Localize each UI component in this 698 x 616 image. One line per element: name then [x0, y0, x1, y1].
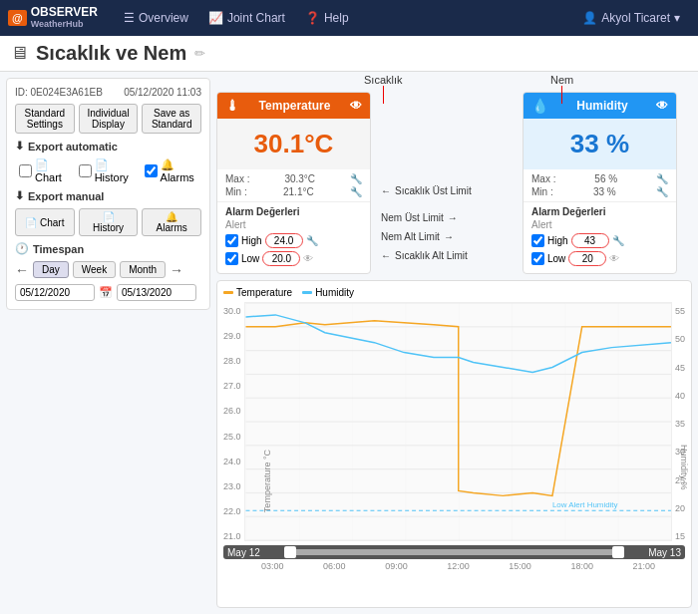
- date-row: 📅: [15, 284, 201, 301]
- temp-max-icon: 🔧: [350, 173, 362, 184]
- hum-max-val: 56 %: [594, 173, 617, 184]
- timespan-row: ← Day Week Month →: [15, 261, 201, 278]
- monitor-icon: 🖥: [10, 43, 28, 64]
- temp-high-edit-icon[interactable]: 🔧: [306, 235, 318, 246]
- hum-alarm-section: Alarm Değerleri Alert High 🔧 Low: [524, 201, 676, 273]
- temp-min-icon: 🔧: [350, 186, 362, 197]
- chart-svg: Low Alert Humidity May 12 03:00 06:00 09…: [244, 302, 672, 541]
- page-title: Sıcaklık ve Nem: [36, 42, 186, 65]
- nem-label: Nem: [550, 74, 573, 86]
- check-chart-auto[interactable]: 📄 Chart: [19, 158, 71, 183]
- chart-btn[interactable]: 📄 Chart: [15, 208, 75, 236]
- temp-low-input[interactable]: [262, 251, 300, 266]
- temp-eye-icon[interactable]: 👁: [350, 99, 362, 113]
- temp-low-label: Low: [241, 253, 259, 264]
- day-btn[interactable]: Day: [33, 261, 69, 278]
- temp-header-label: Temperature: [259, 99, 331, 113]
- slider-thumb-right[interactable]: [612, 546, 624, 558]
- hum-low-label: Low: [547, 253, 565, 264]
- temp-stats: Max : 30.3°C 🔧 Min : 21.1°C 🔧: [217, 169, 370, 201]
- alarms-checkbox[interactable]: [145, 164, 158, 177]
- slider-track[interactable]: [284, 549, 624, 555]
- next-arrow[interactable]: →: [170, 262, 183, 278]
- nav-overview[interactable]: ☰ Overview: [114, 0, 198, 36]
- hum-high-input[interactable]: [571, 233, 609, 248]
- export-manual-label: Export manual: [28, 190, 104, 202]
- temp-high-input[interactable]: [265, 233, 303, 248]
- export-auto-row: 📄 Chart 📄 History 🔔 Alarms: [19, 158, 201, 183]
- history-btn[interactable]: 📄 History: [79, 208, 139, 236]
- brand-logo: @ OBSERVER WeatherHub: [8, 6, 98, 29]
- hum-low-check[interactable]: [531, 252, 544, 265]
- chart-container: 30.0 29.0 28.0 27.0 26.0 25.0 24.0 23.0 …: [223, 302, 685, 541]
- sicaklik-alt-annotation: ←Sıcaklık Alt Limit: [381, 250, 513, 261]
- temp-high-label: High: [241, 235, 262, 246]
- cards-annotations: Sıcaklık Nem 🌡 Temperature 👁 30.1°C: [216, 78, 692, 274]
- hum-alarm-sub: Alert: [531, 219, 668, 230]
- x-labels-bottom: 03:00 06:00 09:00 12:00 15:00 18:00 21:0…: [261, 561, 655, 571]
- chart-slider[interactable]: May 12 May 13: [223, 545, 685, 559]
- sicaklik-alt-label: Sıcaklık Alt Limit: [395, 250, 468, 261]
- export-manual-title: ⬇ Export manual: [15, 189, 201, 202]
- nem-ust-label: Nem Üst Limit: [381, 212, 444, 223]
- prev-arrow[interactable]: ←: [15, 262, 29, 278]
- temperature-card: 🌡 Temperature 👁 30.1°C Max : 30.3°C 🔧 Mi…: [216, 92, 371, 274]
- brand-icon: @: [8, 10, 27, 26]
- check-alarms-auto[interactable]: 🔔 Alarms: [145, 158, 201, 183]
- temp-low-check[interactable]: [225, 252, 238, 265]
- history-label: 📄 History: [95, 158, 137, 183]
- nem-alt-annotation: Nem Alt Limit→: [381, 231, 513, 242]
- mid-annotations: ←Sıcaklık Üst Limit Nem Üst Limit→ Nem A…: [377, 92, 517, 274]
- hum-alarm-title: Alarm Değerleri: [531, 206, 668, 217]
- date-to-input[interactable]: [117, 284, 196, 301]
- alarms-btn[interactable]: 🔔 Alarms: [142, 208, 201, 236]
- y-left-title: Temperature °C: [262, 450, 272, 512]
- y-right-title: Humidity %: [679, 445, 689, 490]
- sicaklik-ust-annotation: ←Sıcaklık Üst Limit: [381, 185, 513, 196]
- nav-user[interactable]: 👤 Akyol Ticaret ▾: [572, 0, 690, 36]
- export-auto-label: Export automatic: [28, 141, 118, 153]
- individual-display-btn[interactable]: IndividualDisplay: [79, 104, 139, 134]
- temp-alarm-section: Alarm Değerleri Alert High 🔧 Low: [217, 201, 370, 273]
- slider-thumb-left[interactable]: [284, 546, 296, 558]
- humidity-card: 💧 Humidity 👁 33 % Max : 56 % 🔧 Min :: [523, 92, 677, 274]
- hum-high-check[interactable]: [531, 234, 544, 247]
- date-from-input[interactable]: [15, 284, 95, 301]
- save-as-standard-btn[interactable]: Save asStandard: [142, 104, 201, 134]
- legend-humidity-label: Humidity: [315, 287, 354, 298]
- hum-max-label: Max :: [531, 173, 555, 184]
- temp-low-edit-icon[interactable]: 👁: [303, 253, 313, 264]
- slider-left-label: May 12: [223, 547, 264, 558]
- nem-alt-label: Nem Alt Limit: [381, 231, 440, 242]
- nav-help[interactable]: ❓ Help: [295, 0, 359, 36]
- brand-sub: WeatherHub: [31, 20, 98, 30]
- alarms-label: 🔔 Alarms: [161, 158, 201, 183]
- temp-high-row: High 🔧: [225, 233, 362, 248]
- hum-min-val: 33 %: [593, 186, 616, 197]
- hum-low-input[interactable]: [568, 251, 606, 266]
- temp-min-label: Min :: [225, 186, 247, 197]
- calendar-icon[interactable]: 📅: [99, 286, 113, 299]
- hum-low-row: Low 👁: [531, 251, 668, 266]
- check-history-auto[interactable]: 📄 History: [79, 158, 137, 183]
- humidity-eye-icon[interactable]: 👁: [656, 99, 668, 113]
- hum-high-edit-icon[interactable]: 🔧: [612, 235, 624, 246]
- hum-low-edit-icon[interactable]: 👁: [609, 253, 619, 264]
- timespan-title: 🕐 Timespan: [15, 242, 201, 255]
- chart-checkbox[interactable]: [19, 164, 32, 177]
- edit-icon[interactable]: ✏: [194, 46, 205, 61]
- y-right-labels: 55 50 45 40 35 30 25 20 15: [672, 302, 685, 541]
- chart-legend: Temperature Humidity: [223, 287, 685, 298]
- history-checkbox[interactable]: [79, 164, 92, 177]
- standard-settings-btn[interactable]: StandardSettings: [15, 104, 75, 134]
- page-header: 🖥 Sıcaklık ve Nem ✏: [0, 36, 698, 72]
- month-btn[interactable]: Month: [120, 261, 166, 278]
- chart-area: Temperature Humidity 30.0 29.0 28.0 27.0…: [216, 280, 692, 608]
- settings-row: StandardSettings IndividualDisplay Save …: [15, 104, 201, 134]
- nav-joint-chart[interactable]: 📈 Joint Chart: [198, 0, 295, 36]
- device-info: ID: 0E024E3A61EB 05/12/2020 11:03: [15, 87, 201, 98]
- temp-value: 30.1°C: [217, 119, 370, 169]
- temp-high-check[interactable]: [225, 234, 238, 247]
- temp-max-label: Max :: [225, 173, 249, 184]
- week-btn[interactable]: Week: [73, 261, 116, 278]
